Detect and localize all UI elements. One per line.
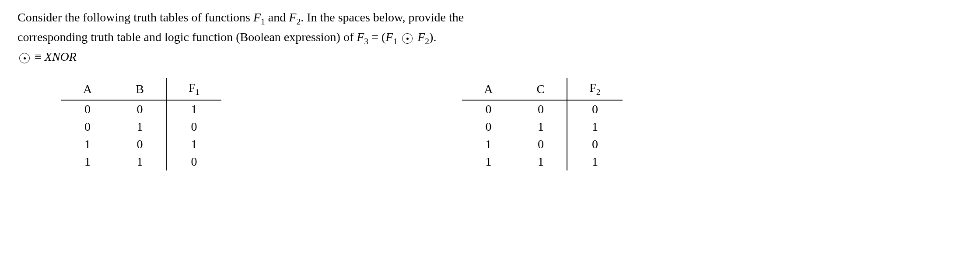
var-letter: F	[385, 30, 393, 44]
problem-line-1: Consider the following truth tables of f…	[18, 9, 962, 28]
problem-line-3: ≡ XNOR	[18, 48, 962, 65]
cell-value: 0	[567, 100, 622, 118]
text-segment: corresponding truth table and logic func…	[18, 30, 357, 44]
var-letter: F	[253, 10, 261, 24]
problem-statement: Consider the following truth tables of f…	[18, 9, 962, 65]
xnor-operator-icon	[402, 33, 413, 44]
header-col-a: A	[61, 78, 114, 100]
cell-value: 0	[462, 100, 514, 118]
text-segment: = (	[368, 30, 385, 44]
cell-value: 0	[61, 118, 114, 135]
equiv-symbol: ≡	[32, 50, 45, 63]
cell-value: 1	[114, 153, 166, 170]
cell-value: 1	[567, 153, 622, 170]
cell-value: 1	[114, 118, 166, 135]
cell-value: 0	[114, 135, 166, 153]
cell-value: 0	[166, 153, 221, 170]
cell-value: 1	[61, 135, 114, 153]
subscript: 2	[425, 37, 429, 46]
var-letter: F	[289, 10, 296, 24]
cell-value: 0	[114, 100, 166, 118]
table-row: 1 1 0	[61, 153, 221, 170]
cell-value: 1	[462, 153, 514, 170]
problem-line-2: corresponding truth table and logic func…	[18, 28, 962, 47]
cell-value: 0	[166, 118, 221, 135]
xnor-label: XNOR	[45, 50, 77, 63]
subscript: 1	[196, 87, 200, 97]
cell-value: 0	[515, 135, 567, 153]
function-f1-ref: F1	[385, 30, 397, 44]
header-label: F	[189, 81, 196, 94]
text-segment: ).	[429, 30, 436, 44]
subscript: 1	[261, 17, 265, 26]
cell-value: 1	[462, 135, 514, 153]
function-f2: F2	[289, 10, 301, 24]
table-row: 1 0 0	[462, 135, 622, 153]
function-f2-ref: F2	[417, 30, 429, 44]
cell-value: 0	[61, 100, 114, 118]
table-row: 0 1 0	[61, 118, 221, 135]
var-letter: F	[417, 30, 425, 44]
header-col-f2: F2	[567, 78, 622, 100]
header-col-b: B	[114, 78, 166, 100]
header-label: F	[589, 81, 596, 94]
table-row: 0 0 0	[462, 100, 622, 118]
var-letter: F	[357, 30, 364, 44]
header-col-f1: F1	[166, 78, 221, 100]
table-row: 0 0 1	[61, 100, 221, 118]
text-segment	[397, 30, 400, 44]
truth-table-f2: A C F2 0 0 0 0 1 1 1 0 0 1 1	[462, 78, 622, 170]
cell-value: 0	[567, 135, 622, 153]
cell-value: 0	[462, 118, 514, 135]
subscript: 2	[596, 87, 601, 97]
cell-value: 1	[61, 153, 114, 170]
cell-value: 1	[166, 135, 221, 153]
cell-value: 1	[515, 153, 567, 170]
text-segment: and	[265, 10, 289, 24]
xnor-operator-icon	[19, 53, 30, 63]
function-f3: F3	[357, 30, 368, 44]
table-header-row: A C F2	[462, 78, 622, 100]
cell-value: 1	[567, 118, 622, 135]
cell-value: 1	[515, 118, 567, 135]
table-row: 1 1 1	[462, 153, 622, 170]
function-f1: F1	[253, 10, 265, 24]
tables-container: A B F1 0 0 1 0 1 0 1 0 1 1 1	[18, 78, 962, 170]
table-row: 1 0 1	[61, 135, 221, 153]
subscript: 3	[364, 37, 368, 46]
table-row: 0 1 1	[462, 118, 622, 135]
header-col-a: A	[462, 78, 514, 100]
table-header-row: A B F1	[61, 78, 221, 100]
truth-table-f1: A B F1 0 0 1 0 1 0 1 0 1 1 1	[61, 78, 221, 170]
header-col-c: C	[515, 78, 567, 100]
text-segment: . In the spaces below, provide the	[301, 10, 464, 24]
cell-value: 1	[166, 100, 221, 118]
cell-value: 0	[515, 100, 567, 118]
text-segment: Consider the following truth tables of f…	[18, 10, 253, 24]
subscript: 1	[393, 37, 397, 46]
subscript: 2	[296, 17, 301, 26]
